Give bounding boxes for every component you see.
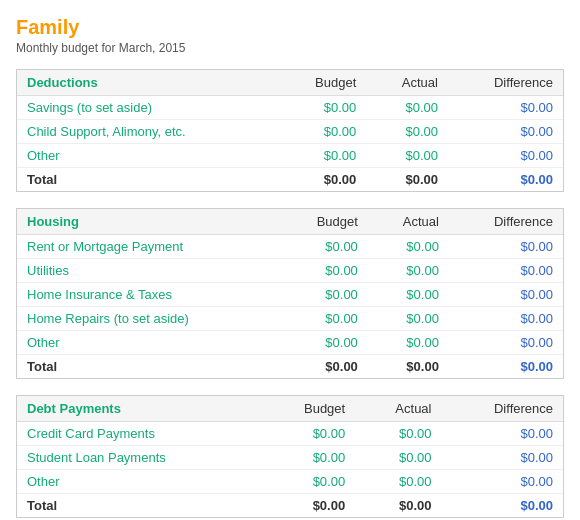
row-actual: $0.00 bbox=[366, 144, 448, 168]
col-header-actual: Actual bbox=[355, 396, 441, 422]
table-row: Utilities$0.00$0.00$0.00 bbox=[17, 259, 563, 283]
total-actual: $0.00 bbox=[355, 494, 441, 518]
section-housing: HousingBudgetActualDifferenceRent or Mor… bbox=[16, 208, 564, 379]
col-header-difference: Difference bbox=[448, 70, 563, 96]
section-deductions-heading: Deductions bbox=[17, 70, 277, 96]
row-difference: $0.00 bbox=[449, 259, 563, 283]
total-difference: $0.00 bbox=[449, 355, 563, 379]
total-row: Total$0.00$0.00$0.00 bbox=[17, 355, 563, 379]
row-label: Credit Card Payments bbox=[17, 422, 261, 446]
page-title: Family bbox=[16, 16, 564, 39]
table-row: Other$0.00$0.00$0.00 bbox=[17, 470, 563, 494]
total-budget: $0.00 bbox=[280, 355, 368, 379]
row-label: Other bbox=[17, 144, 277, 168]
total-label: Total bbox=[17, 168, 277, 192]
row-actual: $0.00 bbox=[368, 331, 449, 355]
row-actual: $0.00 bbox=[366, 96, 448, 120]
section-deductions: DeductionsBudgetActualDifferenceSavings … bbox=[16, 69, 564, 192]
row-label: Home Insurance & Taxes bbox=[17, 283, 280, 307]
row-actual: $0.00 bbox=[355, 470, 441, 494]
row-budget: $0.00 bbox=[280, 259, 368, 283]
row-actual: $0.00 bbox=[355, 446, 441, 470]
total-budget: $0.00 bbox=[261, 494, 355, 518]
total-actual: $0.00 bbox=[366, 168, 448, 192]
row-budget: $0.00 bbox=[277, 96, 366, 120]
row-budget: $0.00 bbox=[277, 120, 366, 144]
table-row: Other$0.00$0.00$0.00 bbox=[17, 144, 563, 168]
section-debt-payments: Debt PaymentsBudgetActualDifferenceCredi… bbox=[16, 395, 564, 518]
total-difference: $0.00 bbox=[448, 168, 563, 192]
row-actual: $0.00 bbox=[368, 259, 449, 283]
table-row: Student Loan Payments$0.00$0.00$0.00 bbox=[17, 446, 563, 470]
table-row: Child Support, Alimony, etc.$0.00$0.00$0… bbox=[17, 120, 563, 144]
row-budget: $0.00 bbox=[280, 331, 368, 355]
row-label: Rent or Mortgage Payment bbox=[17, 235, 280, 259]
total-actual: $0.00 bbox=[368, 355, 449, 379]
col-header-budget: Budget bbox=[277, 70, 366, 96]
row-budget: $0.00 bbox=[280, 283, 368, 307]
row-difference: $0.00 bbox=[449, 331, 563, 355]
row-budget: $0.00 bbox=[261, 470, 355, 494]
col-header-actual: Actual bbox=[368, 209, 449, 235]
total-budget: $0.00 bbox=[277, 168, 366, 192]
row-difference: $0.00 bbox=[448, 144, 563, 168]
table-row: Home Repairs (to set aside)$0.00$0.00$0.… bbox=[17, 307, 563, 331]
row-actual: $0.00 bbox=[368, 283, 449, 307]
row-difference: $0.00 bbox=[449, 235, 563, 259]
page-subtitle: Monthly budget for March, 2015 bbox=[16, 41, 564, 55]
col-header-budget: Budget bbox=[261, 396, 355, 422]
section-housing-heading: Housing bbox=[17, 209, 280, 235]
row-difference: $0.00 bbox=[442, 446, 564, 470]
row-label: Child Support, Alimony, etc. bbox=[17, 120, 277, 144]
total-label: Total bbox=[17, 494, 261, 518]
row-label: Student Loan Payments bbox=[17, 446, 261, 470]
total-row: Total$0.00$0.00$0.00 bbox=[17, 494, 563, 518]
row-budget: $0.00 bbox=[280, 235, 368, 259]
col-header-budget: Budget bbox=[280, 209, 368, 235]
row-actual: $0.00 bbox=[366, 120, 448, 144]
table-row: Savings (to set aside)$0.00$0.00$0.00 bbox=[17, 96, 563, 120]
col-header-difference: Difference bbox=[442, 396, 564, 422]
table-row: Home Insurance & Taxes$0.00$0.00$0.00 bbox=[17, 283, 563, 307]
row-budget: $0.00 bbox=[277, 144, 366, 168]
section-debt-payments-heading: Debt Payments bbox=[17, 396, 261, 422]
table-row: Rent or Mortgage Payment$0.00$0.00$0.00 bbox=[17, 235, 563, 259]
row-difference: $0.00 bbox=[448, 96, 563, 120]
col-header-difference: Difference bbox=[449, 209, 563, 235]
table-row: Credit Card Payments$0.00$0.00$0.00 bbox=[17, 422, 563, 446]
row-label: Home Repairs (to set aside) bbox=[17, 307, 280, 331]
row-actual: $0.00 bbox=[368, 307, 449, 331]
row-difference: $0.00 bbox=[449, 283, 563, 307]
total-label: Total bbox=[17, 355, 280, 379]
row-label: Other bbox=[17, 331, 280, 355]
row-budget: $0.00 bbox=[261, 446, 355, 470]
row-budget: $0.00 bbox=[280, 307, 368, 331]
total-difference: $0.00 bbox=[442, 494, 564, 518]
col-header-actual: Actual bbox=[366, 70, 448, 96]
row-label: Savings (to set aside) bbox=[17, 96, 277, 120]
row-budget: $0.00 bbox=[261, 422, 355, 446]
row-difference: $0.00 bbox=[449, 307, 563, 331]
row-difference: $0.00 bbox=[442, 422, 564, 446]
row-actual: $0.00 bbox=[355, 422, 441, 446]
table-row: Other$0.00$0.00$0.00 bbox=[17, 331, 563, 355]
total-row: Total$0.00$0.00$0.00 bbox=[17, 168, 563, 192]
row-difference: $0.00 bbox=[442, 470, 564, 494]
row-actual: $0.00 bbox=[368, 235, 449, 259]
row-label: Utilities bbox=[17, 259, 280, 283]
row-label: Other bbox=[17, 470, 261, 494]
row-difference: $0.00 bbox=[448, 120, 563, 144]
